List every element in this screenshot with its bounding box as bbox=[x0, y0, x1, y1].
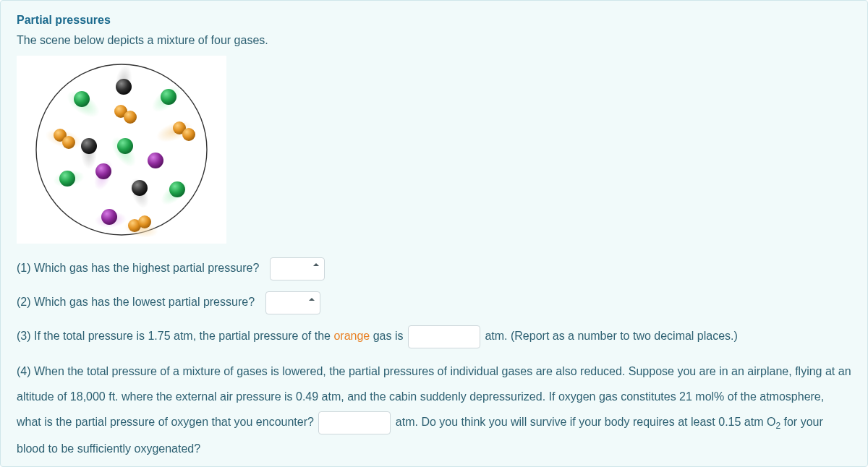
svg-point-19 bbox=[116, 79, 132, 95]
svg-point-28 bbox=[62, 136, 75, 149]
question-1: (1) Which gas has the highest partial pr… bbox=[17, 257, 851, 280]
q1-select-wrap bbox=[265, 257, 325, 280]
q1-select[interactable] bbox=[270, 257, 325, 280]
svg-point-23 bbox=[148, 153, 163, 168]
svg-point-14 bbox=[74, 91, 90, 107]
svg-point-30 bbox=[182, 128, 195, 141]
svg-point-20 bbox=[81, 138, 97, 154]
svg-point-17 bbox=[59, 171, 75, 187]
svg-point-26 bbox=[124, 111, 137, 124]
gas-mixture-diagram bbox=[31, 59, 212, 240]
q3-post: atm. (Report as a number to two decimal … bbox=[485, 330, 737, 342]
q2-select[interactable] bbox=[265, 291, 320, 314]
svg-point-22 bbox=[95, 163, 111, 179]
panel-title: Partial pressures bbox=[17, 14, 851, 27]
q3-input[interactable] bbox=[408, 325, 480, 348]
question-1-text: (1) Which gas has the highest partial pr… bbox=[17, 262, 259, 274]
q2-select-wrap bbox=[261, 291, 320, 315]
q3-mid: gas is bbox=[370, 330, 407, 342]
intro-text: The scene below depicts a mixture of fou… bbox=[17, 34, 851, 47]
q4-post-a: atm. Do you think you will survive if yo… bbox=[396, 416, 776, 428]
question-panel: Partial pressures The scene below depict… bbox=[0, 0, 868, 467]
q4-input[interactable] bbox=[318, 411, 391, 434]
svg-point-16 bbox=[117, 138, 133, 154]
svg-point-32 bbox=[138, 215, 151, 228]
q3-orange-word: orange bbox=[333, 330, 370, 342]
svg-point-21 bbox=[132, 180, 148, 196]
question-2: (2) Which gas has the lowest partial pre… bbox=[17, 291, 851, 314]
q3-pre: (3) If the total pressure is 1.75 atm, t… bbox=[17, 330, 333, 342]
question-4: (4) When the total pressure of a mixture… bbox=[17, 359, 851, 461]
svg-point-24 bbox=[101, 209, 117, 225]
svg-point-18 bbox=[169, 181, 185, 197]
question-2-text: (2) Which gas has the lowest partial pre… bbox=[17, 296, 255, 308]
gas-scene-container bbox=[17, 56, 226, 244]
svg-point-15 bbox=[161, 89, 176, 105]
question-3: (3) If the total pressure is 1.75 atm, t… bbox=[17, 325, 851, 348]
